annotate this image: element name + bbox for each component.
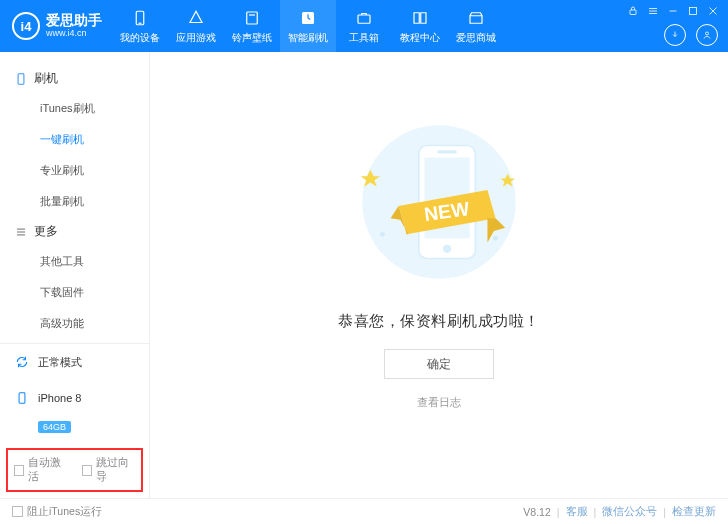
svg-rect-2: [247, 12, 258, 24]
confirm-button[interactable]: 确定: [384, 349, 494, 379]
device-name: iPhone 8: [38, 392, 81, 404]
tab-label: 工具箱: [349, 31, 379, 45]
phone-icon: [130, 8, 150, 28]
sidebar-item-pro-flash[interactable]: 专业刷机: [0, 155, 149, 186]
svg-rect-11: [690, 8, 697, 15]
success-message: 恭喜您，保资料刷机成功啦！: [338, 312, 540, 331]
user-icon[interactable]: [696, 24, 718, 46]
window-controls: [626, 4, 720, 18]
svg-point-24: [380, 232, 385, 237]
svg-rect-28: [437, 150, 456, 153]
block-itunes-checkbox[interactable]: 阻止iTunes运行: [12, 505, 102, 519]
checkbox-icon: [82, 465, 92, 476]
tab-apps[interactable]: 应用游戏: [168, 0, 224, 52]
tab-label: 我的设备: [120, 31, 160, 45]
wechat-link[interactable]: 微信公众号: [602, 505, 657, 519]
options-box: 自动激活 跳过向导: [6, 448, 143, 492]
svg-rect-19: [19, 393, 25, 404]
sidebar-item-download-firmware[interactable]: 下载固件: [0, 277, 149, 308]
book-icon: [410, 8, 430, 28]
tab-tutorials[interactable]: 教程中心: [392, 0, 448, 52]
separator: |: [663, 506, 666, 518]
checkbox-label: 跳过向导: [96, 456, 135, 484]
check-update-link[interactable]: 检查更新: [672, 505, 716, 519]
status-bar: 阻止iTunes运行 V8.12 | 客服 | 微信公众号 | 检查更新: [0, 498, 728, 524]
mode-label: 正常模式: [38, 355, 82, 370]
version-label: V8.12: [523, 506, 550, 518]
checkbox-icon: [12, 506, 23, 517]
tab-label: 智能刷机: [288, 31, 328, 45]
sidebar-group-more: 更多: [0, 217, 149, 246]
toolbox-icon: [354, 8, 374, 28]
tab-store[interactable]: 爱思商城: [448, 0, 504, 52]
svg-rect-15: [18, 73, 24, 84]
menu-icon[interactable]: [646, 4, 660, 18]
auto-activate-checkbox[interactable]: 自动激活: [14, 456, 68, 484]
group-title: 刷机: [34, 70, 58, 87]
close-icon[interactable]: [706, 4, 720, 18]
sidebar-item-itunes-flash[interactable]: iTunes刷机: [0, 93, 149, 124]
checkbox-label: 自动激活: [28, 456, 67, 484]
svg-rect-6: [630, 10, 636, 15]
tab-my-device[interactable]: 我的设备: [112, 0, 168, 52]
separator: |: [557, 506, 560, 518]
sidebar-item-oneclick-flash[interactable]: 一键刷机: [0, 124, 149, 155]
logo: i4 爱思助手 www.i4.cn: [0, 12, 112, 40]
sidebar: 刷机 iTunes刷机 一键刷机 专业刷机 批量刷机 更多 其他工具 下载固件 …: [0, 52, 150, 498]
sidebar-item-batch-flash[interactable]: 批量刷机: [0, 186, 149, 217]
refresh-icon: [14, 354, 30, 370]
tab-label: 爱思商城: [456, 31, 496, 45]
music-icon: [242, 8, 262, 28]
main-content: NEW 恭喜您，保资料刷机成功啦！ 确定 查看日志: [150, 52, 728, 498]
tab-toolbox[interactable]: 工具箱: [336, 0, 392, 52]
checkbox-icon: [14, 465, 24, 476]
app-header: i4 爱思助手 www.i4.cn 我的设备 应用游戏 铃声壁纸 智能刷机 工具…: [0, 0, 728, 52]
apps-icon: [186, 8, 206, 28]
tab-flash[interactable]: 智能刷机: [280, 0, 336, 52]
list-icon: [14, 225, 28, 239]
svg-rect-5: [358, 15, 370, 23]
download-icon[interactable]: [664, 24, 686, 46]
flash-icon: [298, 8, 318, 28]
success-illustration: NEW: [334, 112, 544, 292]
skip-guide-checkbox[interactable]: 跳过向导: [82, 456, 136, 484]
sidebar-item-other-tools[interactable]: 其他工具: [0, 246, 149, 277]
view-log-link[interactable]: 查看日志: [417, 395, 461, 410]
device-icon: [14, 72, 28, 86]
checkbox-label: 阻止iTunes运行: [27, 505, 102, 519]
sidebar-item-advanced[interactable]: 高级功能: [0, 308, 149, 339]
svg-point-14: [706, 32, 709, 35]
maximize-icon[interactable]: [686, 4, 700, 18]
tab-label: 铃声壁纸: [232, 31, 272, 45]
tab-label: 应用游戏: [176, 31, 216, 45]
device-row[interactable]: iPhone 8: [0, 380, 149, 416]
svg-point-23: [493, 236, 498, 241]
mode-row[interactable]: 正常模式: [0, 344, 149, 380]
phone-small-icon: [14, 390, 30, 406]
header-actions: [664, 24, 718, 46]
tab-ringtones[interactable]: 铃声壁纸: [224, 0, 280, 52]
brand-url: www.i4.cn: [46, 29, 102, 39]
minimize-icon[interactable]: [666, 4, 680, 18]
lock-icon[interactable]: [626, 4, 640, 18]
group-title: 更多: [34, 223, 58, 240]
tab-label: 教程中心: [400, 31, 440, 45]
main-tabs: 我的设备 应用游戏 铃声壁纸 智能刷机 工具箱 教程中心 爱思商城: [112, 0, 504, 52]
svg-point-27: [443, 245, 451, 253]
sidebar-group-flash: 刷机: [0, 64, 149, 93]
store-icon: [466, 8, 486, 28]
storage-badge: 64GB: [38, 421, 71, 433]
brand-name: 爱思助手: [46, 13, 102, 28]
customer-service-link[interactable]: 客服: [566, 505, 588, 519]
logo-icon: i4: [12, 12, 40, 40]
separator: |: [594, 506, 597, 518]
